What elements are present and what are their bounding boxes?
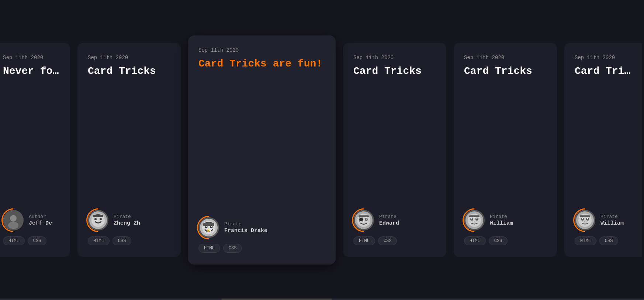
card-4-body: Sep 11th 2020 Card Tricks (353, 55, 436, 210)
card-5-role: Pirate (490, 214, 513, 219)
card-2-title: Card Tricks (88, 65, 170, 78)
card-6-title: Card Tricks (575, 65, 631, 78)
card-4-date: Sep 11th 2020 (353, 55, 436, 61)
scrollbar-thumb[interactable] (221, 299, 332, 300)
card-3-title: Card Tricks are fun! (198, 58, 325, 70)
card-1-body: Sep 11th 2020 Never forget (3, 55, 60, 210)
card-1-title: Never forget (3, 65, 60, 78)
card-2-tag-html[interactable]: HTML (88, 236, 110, 245)
card-5-tags: HTML CSS (464, 236, 547, 245)
card-5-title: Card Tricks (464, 65, 547, 78)
card-1-footer: Author Jeff De HTML CSS (3, 210, 60, 245)
card-5-tag-css[interactable]: CSS (489, 236, 508, 245)
scrollbar-track (0, 299, 644, 300)
card-6-tag-css[interactable]: CSS (599, 236, 619, 245)
card-2-role: Pirate (114, 214, 140, 219)
card-2-date: Sep 11th 2020 (88, 55, 170, 61)
card-3-author: Pirate Francis Drake (198, 217, 325, 238)
card-4-tags: HTML CSS (353, 236, 436, 245)
carousel: Sep 11th 2020 Never forget (0, 24, 644, 276)
card-2: Sep 11th 2020 Card Tricks (77, 43, 181, 257)
card-1-author: Author Jeff De (3, 210, 60, 231)
card-2-tags: HTML CSS (88, 236, 170, 245)
card-6-author-info: Pirate William (600, 214, 624, 226)
card-4-name: Edward (379, 220, 399, 226)
card-3-date: Sep 11th 2020 (198, 47, 325, 53)
card-5-author: ! Pirate William (464, 210, 547, 231)
card-6-body: Sep 11th 2020 Card Tricks (575, 55, 631, 210)
card-1-name: Jeff De (29, 220, 52, 226)
card-1-date: Sep 11th 2020 (3, 55, 60, 61)
card-3: Sep 11th 2020 Card Tricks are fun! (188, 35, 336, 265)
card-3-tag-html[interactable]: HTML (198, 244, 220, 253)
card-6: Sep 11th 2020 Card Tricks (564, 43, 642, 257)
cards-wrapper: Sep 11th 2020 Never forget (0, 35, 644, 265)
card-5-date: Sep 11th 2020 (464, 55, 547, 61)
card-2-author-info: Pirate Zheng Zh (114, 214, 140, 226)
card-3-role: Pirate (224, 221, 267, 227)
card-5-tag-html[interactable]: HTML (464, 236, 486, 245)
card-6-author: ! Pirate William (575, 210, 631, 231)
card-2-author: Pirate Zheng Zh (88, 210, 170, 231)
card-1-tag-css[interactable]: CSS (28, 236, 47, 245)
card-6-tag-html[interactable]: HTML (575, 236, 596, 245)
card-2-body: Sep 11th 2020 Card Tricks (88, 55, 170, 210)
card-5: Sep 11th 2020 Card Tricks (454, 43, 557, 257)
card-3-tag-css[interactable]: CSS (223, 244, 242, 253)
card-5-body: Sep 11th 2020 Card Tricks (464, 55, 547, 210)
card-5-avatar: ! (464, 210, 485, 231)
card-5-footer: ! Pirate William HTML CSS (464, 210, 547, 245)
card-6-role: Pirate (600, 214, 624, 219)
card-3-author-info: Pirate Francis Drake (224, 221, 267, 234)
card-4-role: Pirate (379, 214, 399, 219)
card-4-tag-html[interactable]: HTML (353, 236, 375, 245)
card-6-name: William (600, 220, 624, 226)
card-1-role: Author (29, 214, 52, 219)
card-6-avatar: ! (575, 210, 595, 231)
card-1-avatar (3, 210, 24, 231)
card-6-tags: HTML CSS (575, 236, 631, 245)
card-5-name: William (490, 220, 513, 226)
card-6-footer: ! Pirate William HTML CSS (575, 210, 631, 245)
card-1-tags: HTML CSS (3, 236, 60, 245)
card-2-tag-css[interactable]: CSS (112, 236, 132, 245)
card-2-avatar (88, 210, 108, 231)
card-4: Sep 11th 2020 Card Tricks (343, 43, 446, 257)
card-3-footer: Pirate Francis Drake HTML CSS (198, 217, 325, 253)
card-4-tag-css[interactable]: CSS (378, 236, 397, 245)
card-3-body: Sep 11th 2020 Card Tricks are fun! (198, 47, 325, 217)
card-5-author-info: Pirate William (490, 214, 513, 226)
card-4-avatar (353, 210, 374, 231)
card-1-author-info: Author Jeff De (29, 214, 52, 226)
card-4-footer: Pirate Edward HTML CSS (353, 210, 436, 245)
card-3-avatar (198, 217, 219, 238)
card-4-author-info: Pirate Edward (379, 214, 399, 226)
card-3-tags: HTML CSS (198, 244, 325, 253)
card-3-name: Francis Drake (224, 228, 267, 234)
card-4-author: Pirate Edward (353, 210, 436, 231)
card-1-tag-html[interactable]: HTML (3, 236, 25, 245)
card-2-name: Zheng Zh (114, 220, 140, 226)
card-2-footer: Pirate Zheng Zh HTML CSS (88, 210, 170, 245)
card-6-date: Sep 11th 2020 (575, 55, 631, 61)
card-4-title: Card Tricks (353, 65, 436, 78)
card-1: Sep 11th 2020 Never forget (0, 43, 70, 257)
